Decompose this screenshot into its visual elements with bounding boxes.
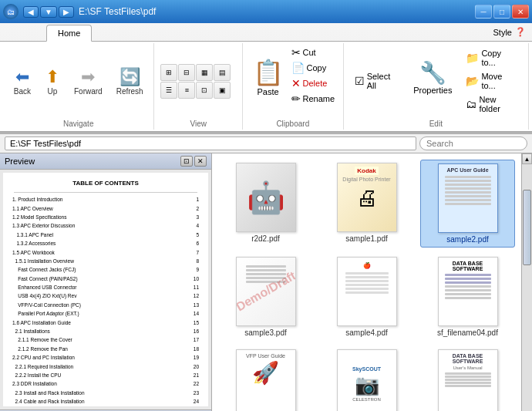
file-item-sample4[interactable]: 🍎 sample4.pdf [319,254,414,340]
thumb-r2d2-content: 🤖 [237,163,295,231]
new-folder-button[interactable]: 🗂 New folder [461,93,522,115]
rename-label: Rename [303,94,335,103]
address-input[interactable] [5,136,416,150]
properties-label: Properties [413,86,452,95]
file-thumb-skyscout: SkySCOUT 📷 CELESTRON [337,349,397,411]
toc-item: 1.5 APC Workbook7 [12,249,199,257]
back-icon: ⬅ [15,67,29,87]
nav-dropdown-btn[interactable]: ▼ [40,6,57,18]
properties-button[interactable]: 🔧 Properties [407,57,458,106]
toc-item: 1.3.1 APC Panel5 [12,231,199,239]
cut-button[interactable]: ✂ Cut [288,45,338,60]
file-item-sample3[interactable]: Demo/Draft sample3.pdf [218,254,313,340]
title-bar-nav: ◀ ▼ ▶ [23,6,74,18]
thumb-sample4-content: 🍎 [338,258,396,325]
back-button[interactable]: ⬅ Back [8,64,37,99]
toc-item: 2.2 CPU and PC Installation19 [12,354,199,362]
kodak-sublabel: Digital Photo Printer [342,177,390,182]
toc-item: 2.3 DDR Installation22 [12,380,199,388]
file-item-sffilename[interactable]: DATA BASE SOFTWARE sf_filename04.pdf [420,254,515,340]
view-details[interactable]: ≡ [178,82,195,99]
refresh-button[interactable]: 🔄 Refresh [110,64,150,99]
file-item-sample2[interactable]: APC User Guide sample2.pdf [420,160,515,248]
view-group: ⊞ ⊟ ▦ ▤ ☰ ≡ ⊡ ▣ View [154,43,243,130]
view-content[interactable]: ▣ [214,82,231,99]
file-item-sample1[interactable]: Kodak Digital Photo Printer 🖨 sample1.pd… [319,160,414,248]
toc-item: Parallel Port Adaptor (EXT.)14 [12,310,199,318]
view-extra-large[interactable]: ⊞ [160,64,177,81]
sample4-lines [342,272,392,294]
copy-to-button[interactable]: 📁 Copy to... [461,47,522,69]
delete-button-clipboard[interactable]: ✕ Delete [288,76,338,91]
navigate-buttons: ⬅ Back ⬆ Up ➡ Forward 🔄 Refresh [8,45,150,128]
clipboard-buttons: 📋 Paste ✂ Cut 📄 Copy ✕ [248,45,338,128]
move-to-button[interactable]: 📂 Move to... [461,70,522,92]
minimize-button[interactable]: ─ [475,5,492,19]
select-all-button[interactable]: ☑ Select All [350,70,405,92]
title-bar: 🗂 ◀ ▼ ▶ E:\SF TestFiles\pdf ─ □ ✕ [0,0,532,23]
file-thumb-r2d2: 🤖 [236,163,296,232]
main-content: Preview ⊡ ✕ TABLE OF CONTENTS 1. Product… [0,153,532,411]
view-large[interactable]: ⊟ [178,64,195,81]
file-item-skyscout[interactable]: SkySCOUT 📷 CELESTRON skyscout.pdf [319,346,414,411]
view-tiles[interactable]: ⊡ [196,82,213,99]
toc-item: 2.4 Cable and Rack Installation24 [12,398,199,406]
nav-back-btn[interactable]: ◀ [23,6,39,18]
nav-forward-btn[interactable]: ▶ [59,6,74,18]
navigate-group-label: Navigate [3,120,153,128]
toc-item: 2.1.1 Remove the Cover17 [12,336,199,344]
paste-button[interactable]: 📋 Paste [248,55,288,107]
toc-item: Fast Connect (PAIN/PAS2)10 [12,275,199,283]
close-button[interactable]: ✕ [512,5,529,19]
vertical-scrollbar: ▲ ▼ [521,153,532,411]
file-name-sample1: sample1.pdf [345,234,387,243]
forward-button[interactable]: ➡ Forward [68,64,109,99]
thumb-shuttle-content: VFP User Guide 🚀 [237,350,295,411]
maximize-button[interactable]: □ [493,5,510,19]
file-item-shuttle[interactable]: VFP User Guide 🚀 shuttle-manual.pdf [218,346,313,411]
clipboard-group: 📋 Paste ✂ Cut 📄 Copy ✕ [243,43,344,130]
thumb-sample2-content: APC User Guide [439,164,497,232]
skyscout-sublabel: CELESTRON [352,397,381,402]
scroll-up-button[interactable]: ▲ [522,153,532,164]
file-name-sample2: sample2.pdf [446,235,488,244]
paste-label: Paste [257,87,278,96]
view-medium[interactable]: ▦ [196,64,213,81]
skyscout-icon: 📷 [355,373,379,397]
edit-buttons: ☑ Select All 🔧 Properties 📁 Copy to... [350,45,522,128]
file-thumb-sample3: Demo/Draft [236,257,296,326]
delete-label: Delete [303,79,328,88]
view-list[interactable]: ☰ [160,82,177,99]
refresh-label: Refresh [116,87,143,96]
file-item-ss59[interactable]: DATA BASE SOFTWARE User's Manual ss59 ra… [420,346,515,411]
help-icon[interactable]: ❓ [515,27,526,37]
preview-undock-button[interactable]: ⊡ [180,156,193,167]
clipboard-small-buttons: ✂ Cut 📄 Copy ✕ Delete ✏ [288,45,338,117]
preview-close-button[interactable]: ✕ [194,156,207,167]
toc-item: 1.6 APC Installation Guide15 [12,319,199,327]
copy-button[interactable]: 📄 Copy [288,60,338,76]
ribbon-groups: ⬅ Back ⬆ Up ➡ Forward 🔄 Refresh [0,42,532,133]
up-icon: ⬆ [45,67,59,87]
scroll-track[interactable] [522,164,532,411]
thumb-skyscout-content: SkySCOUT 📷 CELESTRON [338,350,396,411]
search-input[interactable] [419,136,527,150]
view-buttons: ⊞ ⊟ ▦ ▤ ☰ ≡ ⊡ ▣ [160,45,236,128]
cut-icon: ✂ [291,46,301,59]
toc-item: 1.1 APC Overview2 [12,205,199,213]
copy-to-icon: 📁 [466,52,479,64]
file-item-r2d2[interactable]: 🤖 r2d2.pdf [218,160,313,248]
kodak-label: Kodak [355,167,378,175]
view-small[interactable]: ▤ [214,64,231,81]
tab-home[interactable]: Home [46,25,92,42]
file-thumb-sample4: 🍎 [337,257,397,326]
cut-label: Cut [303,48,316,57]
sample2-header: APC User Guide [442,167,494,173]
scroll-thumb[interactable] [523,190,531,265]
up-button[interactable]: ⬆ Up [39,64,66,99]
ribbon: Home Style ❓ ⬅ Back ⬆ Up [0,23,532,134]
rename-button[interactable]: ✏ Rename [288,91,338,106]
view-button-grid: ⊞ ⊟ ▦ ▤ ☰ ≡ ⊡ ▣ [160,64,236,99]
back-label: Back [14,87,31,96]
up-label: Up [48,87,58,96]
